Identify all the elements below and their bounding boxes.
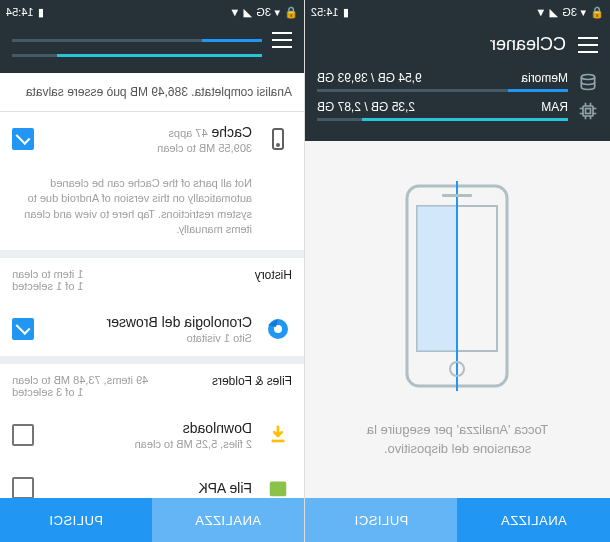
cache-item[interactable]: Cache 47 apps 309,55 MB to clean: [0, 112, 304, 166]
results-header: [0, 24, 304, 73]
lock-icon: 🔒: [284, 6, 298, 19]
cpu-icon: [578, 101, 598, 121]
memory-row[interactable]: Memoria 9,54 GB / 39,93 GB: [317, 71, 598, 92]
device-icon: [264, 125, 292, 153]
svg-point-10: [277, 144, 279, 146]
screen-results: 🔒 ▾ 3G ◢ ▼ ▮ 14:54 Analisi completata. 3…: [0, 0, 305, 542]
home-content: Tocca 'Analizza' per eseguire la scansio…: [305, 141, 610, 498]
history-section: History 1 item to clean 1 of 1 selected …: [0, 258, 304, 356]
download-icon: [264, 421, 292, 449]
svg-point-0: [581, 74, 594, 79]
results-content: Analisi completata. 386,49 MB può essere…: [0, 73, 304, 498]
signal-icon: ◢: [244, 6, 252, 19]
clock: 14:54: [6, 6, 34, 18]
ram-row[interactable]: RAM 2,35 GB / 2,87 GB: [317, 100, 598, 121]
app-title: CCleaner: [490, 34, 566, 55]
apk-icon: [264, 474, 292, 498]
memory-value: 9,54 GB / 39,93 GB: [317, 71, 422, 85]
battery-icon: ▮: [343, 6, 349, 19]
history-checkbox[interactable]: [12, 318, 34, 340]
svg-rect-1: [583, 106, 593, 116]
memory-label: Memoria: [521, 71, 568, 85]
wifi-icon: ▼: [535, 6, 546, 18]
ram-value: 2,35 GB / 2,87 GB: [317, 100, 415, 114]
svg-rect-2: [586, 108, 591, 113]
ram-label: RAM: [541, 100, 568, 114]
signal-icon: ◢: [550, 6, 558, 19]
network-label: ▾ 3G: [562, 6, 586, 19]
status-bar: 🔒 ▾ 3G ◢ ▼ ▮ 14:52: [305, 0, 610, 24]
analysis-summary: Analisi completata. 386,49 MB può essere…: [0, 73, 304, 112]
stats-section: Memoria 9,54 GB / 39,93 GB RAM 2,35 GB /…: [305, 65, 610, 141]
lock-icon: 🔒: [590, 6, 604, 19]
history-header[interactable]: History 1 item to clean 1 of 1 selected: [0, 258, 304, 302]
svg-rect-14: [270, 481, 287, 496]
clock: 14:52: [311, 6, 339, 18]
clean-button[interactable]: PULISCI: [0, 498, 152, 542]
phone-illustration-icon: [393, 181, 523, 401]
svg-rect-8: [443, 194, 473, 197]
bottom-actions: ANALIZZA PULISCI: [305, 498, 610, 542]
network-label: ▾ 3G: [256, 6, 280, 19]
files-header[interactable]: Files & Folders 49 items, 73,48 MB to cl…: [0, 364, 304, 408]
browser-history-item[interactable]: Cronologia del Browser Sito 1 visitato: [0, 302, 304, 356]
downloads-checkbox[interactable]: [12, 424, 34, 446]
wifi-icon: ▼: [229, 6, 240, 18]
downloads-item[interactable]: Downloads 2 files, 5,25 MB to clean: [0, 408, 304, 462]
apk-item[interactable]: File APK: [0, 462, 304, 498]
battery-icon: ▮: [38, 6, 44, 19]
menu-icon[interactable]: [578, 37, 598, 53]
analyze-button[interactable]: ANALIZZA: [152, 498, 304, 542]
scan-hint: Tocca 'Analizza' per eseguire la scansio…: [325, 421, 590, 457]
screen-home: 🔒 ▾ 3G ◢ ▼ ▮ 14:52 CCleaner: [305, 0, 610, 542]
storage-icon: [578, 72, 598, 92]
cache-checkbox[interactable]: [12, 128, 34, 150]
menu-icon[interactable]: [272, 32, 292, 48]
analyze-button[interactable]: ANALIZZA: [458, 498, 611, 542]
app-header: CCleaner: [305, 24, 610, 65]
bottom-actions: ANALIZZA PULISCI: [0, 498, 304, 542]
apk-checkbox[interactable]: [12, 477, 34, 498]
cache-section: Cache 47 apps 309,55 MB to clean Not all…: [0, 112, 304, 250]
clean-button[interactable]: PULISCI: [305, 498, 458, 542]
svg-rect-5: [418, 206, 458, 351]
status-bar: 🔒 ▾ 3G ◢ ▼ ▮ 14:54: [0, 0, 304, 24]
cache-info[interactable]: Not all parts of the Cache can be cleane…: [0, 166, 304, 250]
svg-rect-13: [272, 439, 285, 442]
files-section: Files & Folders 49 items, 73,48 MB to cl…: [0, 364, 304, 498]
browser-icon: [264, 315, 292, 343]
